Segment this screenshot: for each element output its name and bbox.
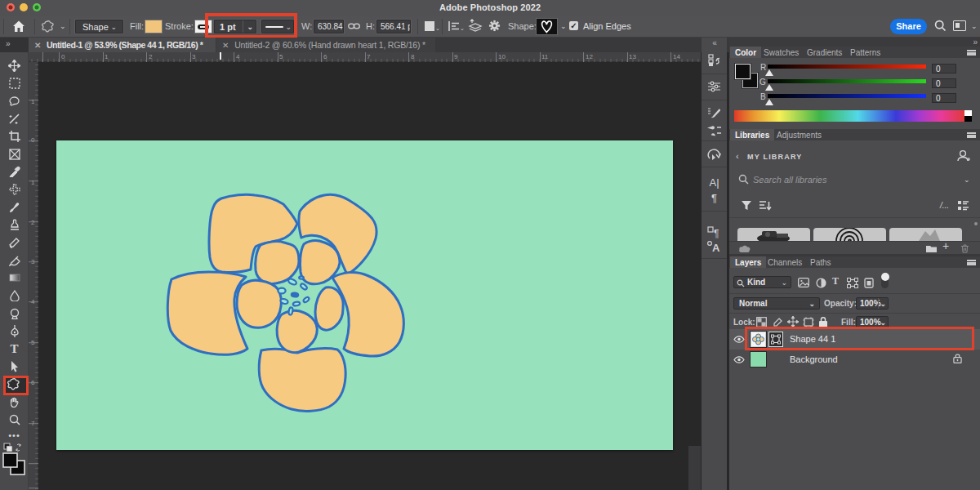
- svg-text:A: A: [712, 242, 720, 253]
- svg-text:¶: ¶: [714, 228, 719, 238]
